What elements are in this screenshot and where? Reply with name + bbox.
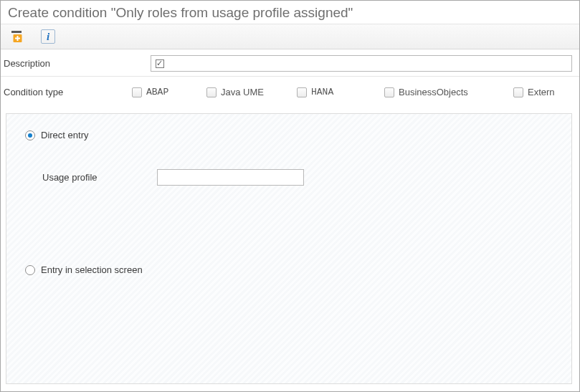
info-icon: i: [47, 32, 49, 42]
selection-screen-radio[interactable]: Entry in selection screen: [25, 264, 553, 275]
toolbar: i: [1, 24, 579, 49]
checkbox-icon: [206, 87, 217, 97]
checkbox-icon: [132, 87, 142, 97]
entry-panel-area: Direct entry Usage profile Entry in sele…: [1, 107, 579, 391]
condition-type-business_objects-label: BusinessObjects: [399, 87, 468, 97]
description-field[interactable]: [151, 55, 572, 72]
condition-type-abap-label: ABAP: [146, 87, 168, 97]
condition-type-hana-checkbox[interactable]: HANA: [297, 87, 384, 97]
condition-type-extern-label: Extern: [528, 87, 555, 97]
create-condition-window: Create condition "Only roles from usage …: [0, 0, 580, 392]
direct-entry-label: Direct entry: [41, 130, 88, 140]
radio-icon: [25, 130, 35, 140]
selection-screen-label: Entry in selection screen: [41, 264, 143, 275]
checkbox-icon: [297, 87, 307, 97]
condition-type-business_objects-checkbox[interactable]: BusinessObjects: [384, 87, 513, 97]
info-button[interactable]: i: [41, 29, 55, 44]
condition-type-java_ume-label: Java UME: [221, 87, 264, 97]
usage-profile-row: Usage profile: [42, 169, 553, 186]
page-title: Create condition "Only roles from usage …: [1, 1, 579, 24]
checkbox-icon: [384, 87, 394, 97]
condition-type-abap-checkbox[interactable]: ABAP: [132, 87, 206, 97]
svg-rect-4: [15, 38, 20, 39]
add-rule-button[interactable]: [9, 29, 25, 44]
condition-type-options: ABAPJava UMEHANABusinessObjectsExtern: [132, 87, 571, 97]
usage-profile-input[interactable]: [157, 169, 304, 186]
add-rule-icon: [10, 29, 24, 44]
condition-type-label: Condition type: [4, 87, 132, 97]
condition-type-hana-label: HANA: [311, 87, 333, 97]
description-row: Description: [1, 49, 579, 76]
condition-type-extern-checkbox[interactable]: Extern: [513, 87, 571, 97]
radio-icon: [25, 265, 35, 275]
description-check-icon: [156, 59, 164, 68]
condition-type-java_ume-checkbox[interactable]: Java UME: [206, 87, 297, 97]
usage-profile-label: Usage profile: [42, 172, 157, 183]
direct-entry-radio[interactable]: Direct entry: [25, 130, 553, 140]
description-label: Description: [4, 58, 151, 69]
condition-type-row: Condition type ABAPJava UMEHANABusinessO…: [1, 77, 579, 107]
radio-selected-dot: [28, 133, 32, 138]
checkbox-icon: [513, 87, 523, 97]
entry-panel: Direct entry Usage profile Entry in sele…: [6, 113, 572, 384]
svg-rect-1: [11, 31, 14, 33]
